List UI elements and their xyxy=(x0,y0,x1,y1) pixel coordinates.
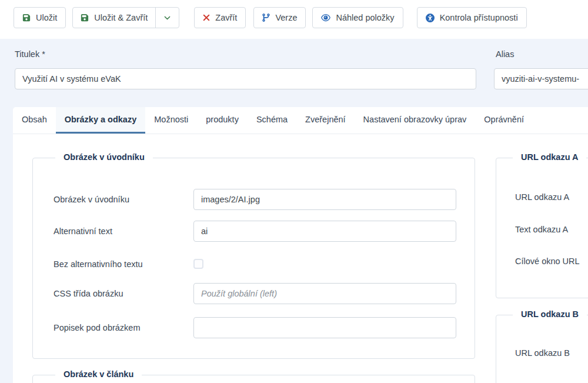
link-b-url-label: URL odkazu B xyxy=(515,348,570,358)
alias-input[interactable] xyxy=(494,68,588,89)
close-button[interactable]: Zavřít xyxy=(194,7,246,28)
preview-button[interactable]: Náhled položky xyxy=(312,7,403,28)
tab-produkty[interactable]: produkty xyxy=(197,107,248,134)
floppy-disk-icon xyxy=(22,14,31,22)
alt-text-input[interactable] xyxy=(193,221,456,242)
image-css-class-input[interactable] xyxy=(193,283,456,304)
tab-zverejneni[interactable]: Zveřejnění xyxy=(296,107,355,134)
floppy-disk-icon xyxy=(81,14,89,22)
eye-icon xyxy=(321,14,330,22)
alt-text-label: Alternativní text xyxy=(54,221,112,242)
link-b-fieldset: URL odkazu B URL odkazu B Text odkazu B xyxy=(496,315,588,383)
intro-image-fieldset: Obrázek v úvodníku Obrázek v úvodníku Al… xyxy=(32,158,475,359)
close-button-label: Zavřít xyxy=(215,13,237,22)
save-close-button-label: Uložit & Zavřít xyxy=(94,13,148,22)
alias-field-label: Alias xyxy=(496,49,514,59)
save-options-dropdown-toggle[interactable] xyxy=(155,8,179,28)
accessibility-check-button[interactable]: Kontrola přístupnosti xyxy=(417,7,527,28)
tab-obsah[interactable]: Obsah xyxy=(13,107,56,134)
save-button-label: Uložit xyxy=(36,13,57,22)
versions-button[interactable]: Verze xyxy=(253,7,306,28)
tab-nastaveni-obrazovky-uprav[interactable]: Nastavení obrazovky úprav xyxy=(355,107,476,134)
versions-button-label: Verze xyxy=(275,13,297,22)
tab-opravneni[interactable]: Oprávnění xyxy=(475,107,533,134)
link-a-target-label: Cílové okno URL xyxy=(515,257,580,266)
no-alt-text-label: Bez alternativního textu xyxy=(54,254,143,275)
link-b-legend: URL odkazu B xyxy=(513,309,587,319)
tab-obrazky-a-odkazy[interactable]: Obrázky a odkazy xyxy=(56,107,146,134)
code-branch-icon xyxy=(262,14,270,22)
article-image-legend: Obrázek v článku xyxy=(55,369,142,379)
intro-image-legend: Obrázek v úvodníku xyxy=(55,152,153,162)
link-a-fieldset: URL odkazu A URL odkazu A Text odkazu A … xyxy=(496,158,588,298)
title-input[interactable] xyxy=(15,68,476,89)
chevron-down-icon xyxy=(163,14,171,22)
article-image-fieldset: Obrázek v článku xyxy=(32,375,475,383)
link-a-text-label: Text odkazu A xyxy=(515,225,568,234)
link-a-url-label: URL odkazu A xyxy=(515,192,569,202)
save-close-split-button: Uložit & Zavřít xyxy=(72,7,179,28)
intro-image-input[interactable] xyxy=(193,189,456,210)
tab-schema[interactable]: Schéma xyxy=(248,107,296,134)
image-caption-input[interactable] xyxy=(193,317,456,338)
link-a-legend: URL odkazu A xyxy=(513,152,586,162)
title-field-label: Titulek * xyxy=(15,49,45,59)
image-css-class-label: CSS třída obrázku xyxy=(54,283,123,304)
intro-image-label: Obrázek v úvodníku xyxy=(54,189,129,210)
tab-moznosti[interactable]: Možnosti xyxy=(145,107,197,134)
accessibility-check-button-label: Kontrola přístupnosti xyxy=(440,13,518,22)
save-button[interactable]: Uložit xyxy=(14,7,66,28)
toolbar: Uložit Uložit & Zavřít Zavřít Verze N xyxy=(0,0,588,39)
edit-form-card: Obsah Obrázky a odkazy Možnosti produkty… xyxy=(13,107,588,383)
preview-button-label: Náhled položky xyxy=(336,13,394,22)
x-icon xyxy=(203,14,210,21)
no-alt-text-checkbox[interactable] xyxy=(193,259,203,269)
universal-access-icon xyxy=(426,14,435,22)
image-caption-label: Popisek pod obrázkem xyxy=(54,317,141,338)
save-close-button[interactable]: Uložit & Zavřít xyxy=(73,8,155,28)
form-tabs: Obsah Obrázky a odkazy Možnosti produkty… xyxy=(13,107,588,134)
